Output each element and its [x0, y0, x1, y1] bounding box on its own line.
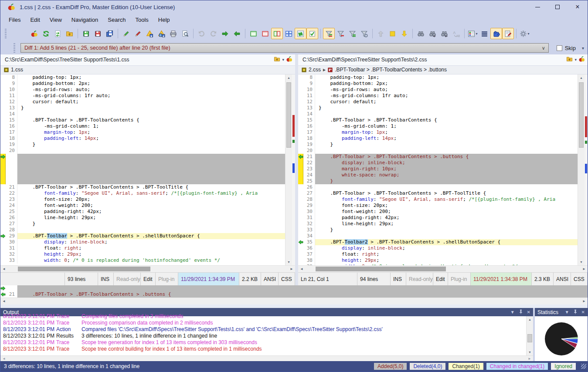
swap-files-button[interactable] [52, 28, 64, 39]
second-diff-map[interactable] [585, 74, 588, 265]
code-text[interactable] [17, 154, 285, 160]
code-text[interactable]: -ms-grid-column: 1; [315, 123, 578, 129]
scroll-left-icon[interactable]: ◄ [0, 299, 7, 303]
code-text[interactable] [17, 148, 285, 154]
code-text[interactable]: .BPT-Toolbar > .BPT-ToolbarContents > .B… [17, 184, 285, 190]
code-text[interactable]: padding-bottom: 2px; [17, 81, 285, 87]
maximize-button[interactable] [547, 0, 568, 14]
code-text[interactable] [315, 111, 578, 117]
scroll-up-icon[interactable]: ▲ [578, 74, 585, 81]
scroll-up-icon[interactable]: ▲ [527, 316, 533, 323]
code-text[interactable]: padding-bottom: 2px; [315, 81, 578, 87]
breadcrumb-item[interactable]: 1.css [11, 67, 23, 73]
diff-type-badge[interactable]: Changed in changed(1) [486, 363, 548, 370]
skip-checkbox[interactable]: Skip [557, 45, 576, 51]
settings-button[interactable]: ▾ [519, 28, 530, 39]
code-text[interactable]: font-size: 20px; [17, 196, 285, 203]
open-file-icon[interactable] [566, 56, 573, 64]
breadcrumb-item[interactable]: .BPT-Toolbar > .BPT-ToolbarContents > .b… [335, 67, 447, 73]
split-view-button[interactable] [271, 28, 283, 39]
code-text[interactable]: padding-left: 14px; [17, 135, 285, 142]
code-text[interactable] [315, 148, 578, 154]
code-text[interactable]: display: inline-block; [17, 239, 285, 245]
breadcrumb-item[interactable]: 2.css [309, 67, 321, 73]
pin-icon[interactable] [573, 309, 578, 315]
menu-search[interactable]: Search [103, 15, 130, 25]
code-text[interactable] [315, 233, 578, 239]
find-previous-button[interactable] [438, 28, 450, 39]
code-text[interactable]: line-height: 29px; [315, 221, 578, 227]
filter-deleted-button[interactable] [335, 28, 347, 39]
code-text[interactable]: .BPT-Toolbar > .BPT-ToolbarContents > .b… [315, 154, 578, 160]
code-text[interactable]: .BPT-Toolbar > .BPT-ToolbarContents > .B… [315, 190, 578, 196]
copy-block-right-button[interactable] [219, 28, 231, 39]
chevron-down-icon[interactable]: ▾ [282, 57, 284, 62]
chevron-down-icon[interactable]: ∨ [539, 45, 548, 51]
find-button[interactable] [415, 28, 427, 39]
code-text[interactable] [17, 166, 285, 172]
code-text[interactable]: font-weight: 200; [315, 209, 578, 215]
grid-view-button[interactable] [283, 28, 295, 39]
code-text[interactable]: } [17, 221, 285, 227]
code-text[interactable] [17, 111, 285, 117]
diff-selector-combo[interactable]: Diff 1: Add 5 lines (21 - 25, second fil… [20, 43, 549, 53]
code-text[interactable]: .BPT-Toolbar > .BPT-ToolbarContents > .s… [17, 233, 285, 239]
scroll-down-icon[interactable]: ▼ [286, 259, 292, 265]
resize-grip[interactable] [581, 364, 586, 369]
code-text[interactable]: } [315, 178, 578, 184]
code-text[interactable] [17, 227, 285, 233]
show-all-differences-button[interactable] [323, 28, 335, 39]
scroll-right-icon[interactable]: ► [581, 299, 588, 303]
code-text[interactable] [315, 184, 578, 190]
code-text[interactable]: cursor: default; [315, 99, 578, 105]
menu-tools[interactable]: Tools [130, 15, 153, 25]
code-text[interactable]: .BPT-Toolbar > .BPT-ToolbarContents { [17, 117, 285, 123]
code-text[interactable] [17, 160, 285, 166]
scroll-thumb[interactable] [18, 267, 150, 271]
output-row[interactable]: 8/12/2023 3:12:01 PMTraceComparing files… [0, 313, 526, 320]
synchronized-scrolling-button[interactable] [295, 28, 306, 39]
code-text[interactable]: margin-top: 1px; [315, 129, 578, 135]
code-text[interactable]: } [315, 227, 578, 233]
show-second-pane-button[interactable] [259, 28, 271, 39]
code-text[interactable]: -ms-grid-column: 1; [17, 123, 285, 129]
close-panel-icon[interactable]: ✕ [581, 310, 585, 315]
code-text[interactable]: width: 0; /* 0 is replaced during 'hosti… [17, 257, 285, 264]
code-text[interactable]: white-space: nowrap; [315, 172, 578, 178]
code-text[interactable]: -ms-grid-rows: auto; [17, 87, 285, 93]
code-text[interactable]: padding-right: 42px; [17, 209, 285, 215]
save-second-button[interactable] [92, 28, 104, 39]
code-text[interactable]: display: inline-block; [315, 160, 578, 166]
view-options-button[interactable]: ▾ [467, 28, 479, 39]
pane-splitter[interactable] [295, 54, 298, 285]
line-inspector-button[interactable] [479, 28, 490, 39]
edit-first-button[interactable] [120, 28, 132, 39]
show-checkboxes-button[interactable] [306, 28, 318, 39]
diff-type-badge[interactable]: Deleted(4,0) [410, 363, 445, 370]
code-text[interactable]: font-size: 20px; [315, 203, 578, 209]
diff-type-badge[interactable]: Ignored [551, 363, 576, 370]
second-vertical-scrollbar[interactable]: ▲▼ [578, 74, 585, 265]
diff-type-badge[interactable]: Changed(1) [449, 363, 483, 370]
code-text[interactable] [17, 172, 285, 178]
scroll-up-icon[interactable]: ▲ [286, 74, 292, 81]
chevron-down-icon[interactable]: ▾ [574, 57, 577, 62]
current-diff-horizontal-scrollbar[interactable]: ◄► [0, 298, 588, 304]
output-row[interactable]: 8/12/2023 3:12:01 PMTraceScope tree gene… [0, 339, 526, 346]
scroll-right-icon[interactable]: ► [528, 357, 531, 361]
output-horizontal-scrollbar[interactable]: ◄► [0, 355, 533, 361]
next-difference-button[interactable] [398, 28, 410, 39]
find-next-button[interactable] [427, 28, 438, 39]
code-text[interactable]: .BPT-Toolbar2 > .BPT-ToolbarContents > .… [315, 239, 578, 245]
panel-menu-icon[interactable]: ▼ [565, 310, 569, 315]
output-vertical-scrollbar[interactable]: ▲ ▼ [526, 316, 533, 355]
code-text[interactable]: } [17, 142, 285, 148]
code-text[interactable]: -ms-grid-columns: 1fr auto; [17, 93, 285, 99]
code-text[interactable]: .BPT-Toolbar > .BPT-ToolbarContents { [315, 117, 578, 123]
code-text[interactable]: padding-top: 1px; [17, 74, 285, 81]
code-text[interactable]: margin-right: 10px; [315, 166, 578, 172]
scroll-thumb[interactable] [527, 334, 532, 343]
open-file-icon[interactable] [274, 56, 280, 64]
save-both-button[interactable] [104, 28, 116, 39]
code-text[interactable]: line-height: 29px; [17, 215, 285, 221]
